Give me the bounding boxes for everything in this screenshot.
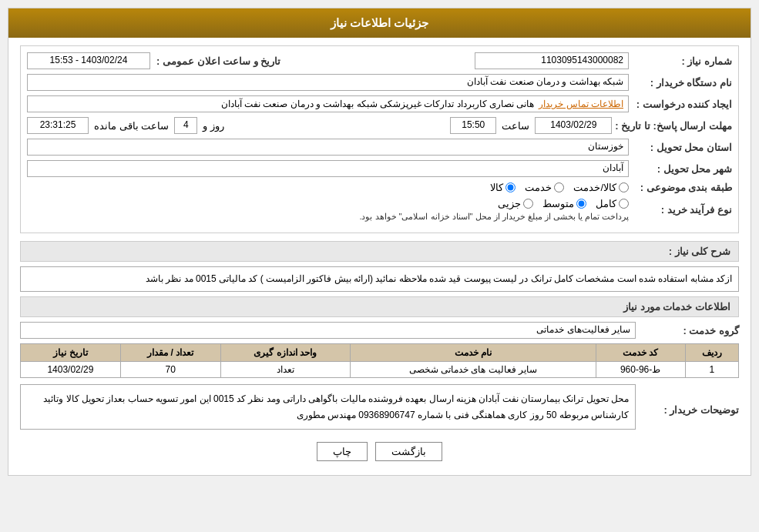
- creator-text: هانی نصاری کاربرداد تدارکات غیرپزشکی شبک…: [221, 99, 535, 109]
- radio-jozi-input[interactable]: [523, 199, 533, 209]
- deadline-days: 4: [174, 117, 197, 134]
- category-radio-group: کالا/خدمت خدمت کالا: [27, 182, 629, 193]
- deadline-label: مهلت ارسال پاسخ: تا تاریخ :: [615, 120, 732, 132]
- radio-kala[interactable]: کالا: [490, 182, 516, 193]
- city-label: شهر محل تحویل :: [632, 163, 732, 175]
- buttons-row: بازگشت چاپ: [20, 442, 739, 461]
- need-description-section: شرح کلی نیاز : ازکد مشابه استفاده شده اس…: [20, 241, 739, 292]
- radio-kala-input[interactable]: [505, 182, 516, 192]
- cell-date: 1403/02/29: [21, 362, 121, 378]
- row-creator: ایجاد کننده درخواست : اطلاعات تماس خریدا…: [27, 95, 732, 112]
- cell-row: 1: [685, 362, 738, 378]
- creator-value: اطلاعات تماس خریدار هانی نصاری کاربرداد …: [27, 95, 629, 112]
- need-description-title: شرح کلی نیاز :: [20, 241, 739, 262]
- service-group-label: گروه خدمت :: [639, 325, 739, 336]
- radio-kamel-input[interactable]: [619, 199, 629, 209]
- province-value: خوزستان: [27, 139, 629, 156]
- col-header-code: کد خدمت: [596, 344, 685, 362]
- col-header-name: نام خدمت: [350, 344, 596, 362]
- radio-motavaset[interactable]: متوسط: [542, 198, 586, 209]
- row-deadline: مهلت ارسال پاسخ: تا تاریخ : 1403/02/29 س…: [27, 117, 732, 134]
- page-title: جزئیات اطلاعات نیاز: [331, 16, 428, 29]
- days-label: روز و: [203, 120, 224, 132]
- cell-quantity: 70: [120, 362, 220, 378]
- process-radio-group: کامل متوسط جزیی: [27, 198, 629, 209]
- col-header-unit: واحد اندازه گیری: [220, 344, 350, 362]
- buyer-label: نام دستگاه خریدار :: [632, 77, 732, 89]
- top-info-section: شماره نیاز : 1103095143000082 تاریخ و سا…: [20, 45, 739, 233]
- page-header: جزئیات اطلاعات نیاز: [8, 8, 751, 38]
- service-group-value: سایر فعالیت‌های خدماتی: [20, 322, 636, 339]
- province-label: استان محل تحویل :: [632, 142, 732, 153]
- row-process: نوع فرآیند خرید : کامل متوسط: [27, 198, 732, 222]
- services-section: اطلاعات خدمات مورد نیاز گروه خدمت : سایر…: [20, 296, 739, 378]
- creator-label: ایجاد کننده درخواست :: [632, 99, 732, 110]
- row-category: طبقه بندی موضوعی : کالا/خدمت خدمت کالا: [27, 182, 732, 193]
- row-service-group: گروه خدمت : سایر فعالیت‌های خدماتی: [20, 322, 739, 339]
- print-button[interactable]: چاپ: [317, 442, 368, 461]
- creator-link[interactable]: اطلاعات تماس خریدار: [539, 99, 623, 109]
- row-need-number: شماره نیاز : 1103095143000082 تاریخ و سا…: [27, 52, 732, 69]
- deadline-time: 15:50: [450, 117, 496, 134]
- need-description-text: ازکد مشابه استفاده شده است مشخصات کامل ت…: [20, 266, 739, 292]
- radio-jozi[interactable]: جزیی: [498, 198, 533, 209]
- radio-kamel-label: کامل: [596, 198, 616, 209]
- radio-jozi-label: جزیی: [498, 198, 521, 209]
- radio-khadmat[interactable]: خدمت: [525, 182, 564, 193]
- city-value: آبادان: [27, 160, 629, 177]
- radio-kamel[interactable]: کامل: [596, 198, 629, 209]
- services-table: ردیف کد خدمت نام خدمت واحد اندازه گیری ت…: [20, 343, 739, 378]
- radio-motavaset-label: متوسط: [542, 198, 574, 209]
- row-city: شهر محل تحویل : آبادان: [27, 160, 732, 177]
- cell-unit: تعداد: [220, 362, 350, 378]
- radio-khadmat-input[interactable]: [554, 182, 564, 192]
- table-header-row: ردیف کد خدمت نام خدمت واحد اندازه گیری ت…: [21, 344, 739, 362]
- services-title: اطلاعات خدمات مورد نیاز: [20, 296, 739, 317]
- radio-kala-khadmat-label: کالا/خدمت: [573, 182, 616, 193]
- process-label: نوع فرآیند خرید :: [632, 204, 732, 216]
- deadline-remaining: 23:31:25: [27, 117, 89, 134]
- category-label: طبقه بندی موضوعی :: [632, 182, 732, 193]
- announce-value: 1403/02/24 - 15:53: [27, 52, 150, 69]
- process-group: کامل متوسط جزیی پرداخت تمام یا بخشی از م…: [27, 198, 629, 222]
- radio-kala-khadmat[interactable]: کالا/خدمت: [573, 182, 629, 193]
- buyer-value: شبکه بهداشت و درمان صنعت نفت آبادان: [27, 74, 629, 91]
- back-button[interactable]: بازگشت: [375, 442, 442, 461]
- content-area: شماره نیاز : 1103095143000082 تاریخ و سا…: [8, 38, 751, 475]
- radio-kala-khadmat-input[interactable]: [619, 182, 629, 192]
- radio-motavaset-input[interactable]: [576, 199, 586, 209]
- time-label: ساعت: [502, 120, 529, 132]
- need-number-label: شماره نیاز :: [632, 55, 732, 67]
- remaining-label2: ساعت باقی مانده: [94, 120, 169, 132]
- table-row: 1ط-96-960سایر فعالیت های خدماتی شخصیتعدا…: [21, 362, 739, 378]
- row-buyer-notes: توضیحات خریدار : محل تحویل ترانک بیمارست…: [20, 384, 739, 436]
- need-number-value: 1103095143000082: [475, 52, 629, 69]
- process-note: پرداخت تمام یا بخشی از مبلغ خریدار از مح…: [27, 212, 629, 222]
- radio-khadmat-label: خدمت: [525, 182, 552, 193]
- col-header-qty: تعداد / مقدار: [120, 344, 220, 362]
- cell-name: سایر فعالیت های خدماتی شخصی: [350, 362, 596, 378]
- col-header-row: ردیف: [685, 344, 738, 362]
- main-container: جزئیات اطلاعات نیاز شماره نیاز : 1103095…: [8, 8, 751, 476]
- col-header-date: تاریخ نیاز: [21, 344, 121, 362]
- radio-kala-label: کالا: [490, 182, 503, 193]
- row-buyer: نام دستگاه خریدار : شبکه بهداشت و درمان …: [27, 74, 732, 91]
- row-province: استان محل تحویل : خوزستان: [27, 139, 732, 156]
- buyer-notes-text: محل تحویل ترانک بیمارستان نفت آبادان هزی…: [20, 384, 636, 430]
- buyer-notes-label: توضیحات خریدار :: [639, 404, 739, 416]
- cell-code: ط-96-960: [596, 362, 685, 378]
- deadline-date: 1403/02/29: [535, 117, 612, 134]
- announce-label: تاریخ و ساعت اعلان عمومی :: [156, 55, 280, 67]
